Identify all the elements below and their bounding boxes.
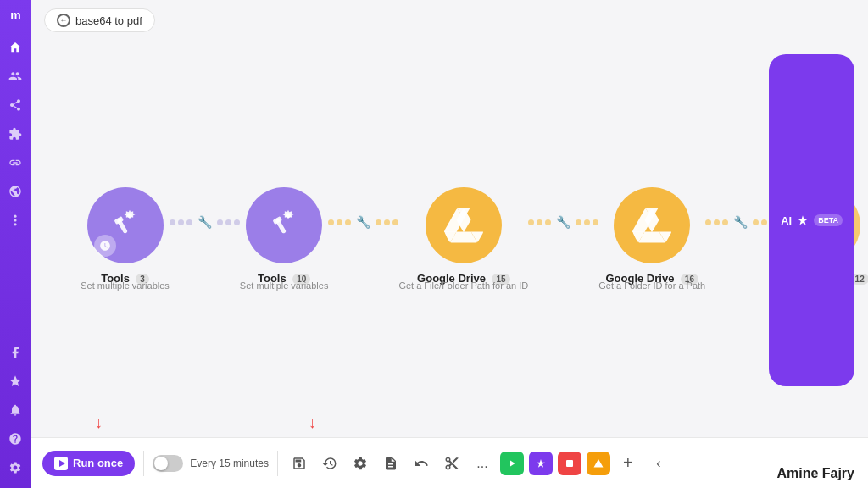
sidebar-logo: m <box>10 8 19 22</box>
connector-2: 🔧 <box>328 215 398 229</box>
dot <box>384 219 390 225</box>
flow-container: Tools 3 Set multiple variables 🔧 <box>81 187 868 291</box>
dot <box>714 219 720 225</box>
schedule-label: Every 15 minutes <box>190 458 269 469</box>
dot <box>328 219 334 225</box>
sidebar-item-share[interactable] <box>3 93 27 117</box>
more-label: ... <box>476 456 487 471</box>
history-button[interactable] <box>317 451 342 476</box>
clock-sub-icon <box>94 235 116 257</box>
dot <box>528 219 534 225</box>
dot <box>753 219 759 225</box>
node-circle-drive-1 <box>426 187 502 263</box>
beta-badge: BETA <box>814 214 843 226</box>
node-sublabel-4: Get a Folder ID for a Path <box>598 280 705 291</box>
schedule-toggle[interactable] <box>153 455 183 472</box>
ai-button[interactable]: AI BETA <box>769 54 854 386</box>
sidebar: m <box>0 0 31 488</box>
ai-label: AI <box>781 214 792 227</box>
action-btn-red[interactable] <box>558 452 581 475</box>
svg-point-2 <box>14 223 16 225</box>
sidebar-item-link[interactable] <box>3 151 27 175</box>
node-circle-tools-1 <box>87 187 164 263</box>
main-area: ← base64 to pdf <box>31 0 868 488</box>
node-sublabel-3: Get a File/Folder Path for an ID <box>398 280 528 291</box>
dot <box>593 219 598 225</box>
node-tools-2[interactable]: Tools 10 Set multiple variables <box>240 187 329 291</box>
sidebar-item-home[interactable] <box>3 36 27 59</box>
node-drive-2[interactable]: Google Drive 16 Get a Folder ID for a Pa… <box>598 187 705 291</box>
toggle-thumb <box>154 457 168 470</box>
divider-1 <box>143 451 144 476</box>
dot <box>217 219 223 225</box>
divider-2 <box>277 451 278 476</box>
dot <box>537 219 542 225</box>
node-sublabel-1: Set multiple variables <box>81 280 170 291</box>
action-btn-orange[interactable] <box>587 452 610 475</box>
dot <box>545 219 551 225</box>
dot <box>186 219 192 225</box>
sidebar-item-more[interactable] <box>3 208 27 232</box>
dot <box>576 219 581 225</box>
run-icon <box>54 457 68 470</box>
dot <box>722 219 728 225</box>
sidebar-item-users[interactable] <box>3 64 27 88</box>
schedule-toggle-area: Every 15 minutes <box>153 455 269 472</box>
cut-button[interactable] <box>439 451 465 476</box>
collapse-button[interactable]: ‹ <box>646 451 671 476</box>
add-button[interactable]: + <box>615 451 641 476</box>
sidebar-item-book[interactable] <box>3 341 27 364</box>
connector-4: 🔧 <box>705 215 776 229</box>
node-tools-1[interactable]: Tools 3 Set multiple variables <box>81 187 170 291</box>
connector-3: 🔧 <box>528 215 598 229</box>
arrow-indicator-1: ↓ <box>95 414 103 432</box>
dot <box>178 219 184 225</box>
node-sublabel-2: Set multiple variables <box>240 280 329 291</box>
run-once-button[interactable]: Run once <box>42 451 135 476</box>
username: Amine Fajry <box>776 466 854 481</box>
dot <box>705 219 711 225</box>
sidebar-item-puzzle[interactable] <box>3 122 27 146</box>
dot <box>170 219 175 225</box>
svg-point-0 <box>14 215 16 218</box>
undo-button[interactable] <box>409 451 434 476</box>
action-btn-purple[interactable] <box>529 452 553 475</box>
arrow-indicator-2: ↓ <box>309 414 316 432</box>
back-arrow-icon: ← <box>57 14 70 27</box>
dot <box>761 219 767 225</box>
canvas: Tools 3 Set multiple variables 🔧 <box>31 41 868 437</box>
settings-button[interactable] <box>348 451 373 476</box>
sidebar-item-globe[interactable] <box>3 180 27 203</box>
action-btn-green[interactable] <box>500 452 524 475</box>
node-drive-1[interactable]: Google Drive 15 Get a File/Folder Path f… <box>398 187 528 291</box>
bottom-toolbar: ↓ ↓ Run once Every 15 minutes <box>31 437 868 488</box>
dot <box>376 219 381 225</box>
sidebar-item-star[interactable] <box>3 369 27 393</box>
note-button[interactable] <box>378 451 403 476</box>
dot <box>225 219 231 225</box>
sidebar-item-help[interactable] <box>3 427 27 451</box>
node-circle-tools-2 <box>246 187 322 263</box>
more-options-button[interactable]: ... <box>470 451 495 476</box>
connector-1: 🔧 <box>170 215 240 229</box>
svg-point-1 <box>14 219 16 221</box>
breadcrumb-label: base64 to pdf <box>75 14 142 27</box>
save-button[interactable] <box>287 451 312 476</box>
sidebar-item-settings[interactable] <box>3 456 27 480</box>
dot <box>584 219 590 225</box>
sidebar-item-bell[interactable] <box>3 398 27 422</box>
breadcrumb[interactable]: ← base64 to pdf <box>44 8 155 32</box>
dot <box>345 219 351 225</box>
node-circle-drive-2 <box>614 187 690 263</box>
topbar: ← base64 to pdf <box>31 0 868 41</box>
dot <box>337 219 342 225</box>
dot <box>234 219 240 225</box>
dot <box>392 219 398 225</box>
run-once-label: Run once <box>73 457 123 469</box>
svg-rect-9 <box>566 460 573 467</box>
